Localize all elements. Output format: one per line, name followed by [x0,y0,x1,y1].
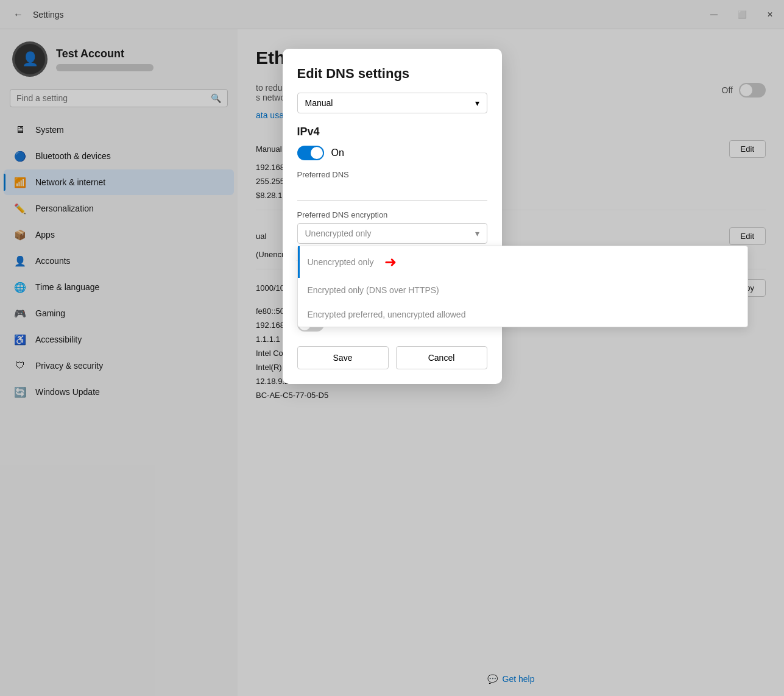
preferred-dns-encryption-label: Preferred DNS encryption [297,210,487,219]
mode-dropdown[interactable]: Manual ▾ [297,93,487,113]
dialog-footer: Save Cancel [297,346,487,369]
preferred-encryption-value: Unencrypted only [305,229,372,238]
dropdown-item-encrypted-preferred[interactable]: Encrypted preferred, unencrypted allowed [298,302,747,327]
ipv4-toggle[interactable] [297,146,324,160]
preferred-dns-input[interactable] [297,183,487,201]
ipv4-section-heading: IPv4 [297,126,487,138]
chevron-down-icon: ▾ [475,98,479,108]
ipv4-toggle-label: On [331,147,344,158]
cancel-button[interactable]: Cancel [396,346,487,369]
dropdown-item-encrypted-only[interactable]: Encrypted only (DNS over HTTPS) [298,278,747,302]
preferred-dns-encryption-dropdown[interactable]: Unencrypted only ▾ Unencrypted only ➜ En… [297,223,487,244]
preferred-dns-label: Preferred DNS [297,170,487,179]
edit-dns-dialog: Edit DNS settings Manual ▾ IPv4 On Prefe… [283,49,502,384]
chevron-down-icon: ▾ [475,229,479,238]
save-button[interactable]: Save [297,346,389,369]
encryption-dropdown-menu: Unencrypted only ➜ Encrypted only (DNS o… [297,246,748,327]
dropdown-item-unencrypted[interactable]: Unencrypted only ➜ [298,246,747,278]
mode-label: Manual [305,98,333,108]
red-arrow-icon: ➜ [384,254,397,271]
dropdown-item-label: Unencrypted only [308,257,374,267]
dropdown-item-label: Encrypted only (DNS over HTTPS) [308,285,439,295]
dropdown-item-label: Encrypted preferred, unencrypted allowed [308,310,466,319]
dialog-title: Edit DNS settings [297,66,487,82]
ipv4-toggle-row: On [297,146,487,160]
